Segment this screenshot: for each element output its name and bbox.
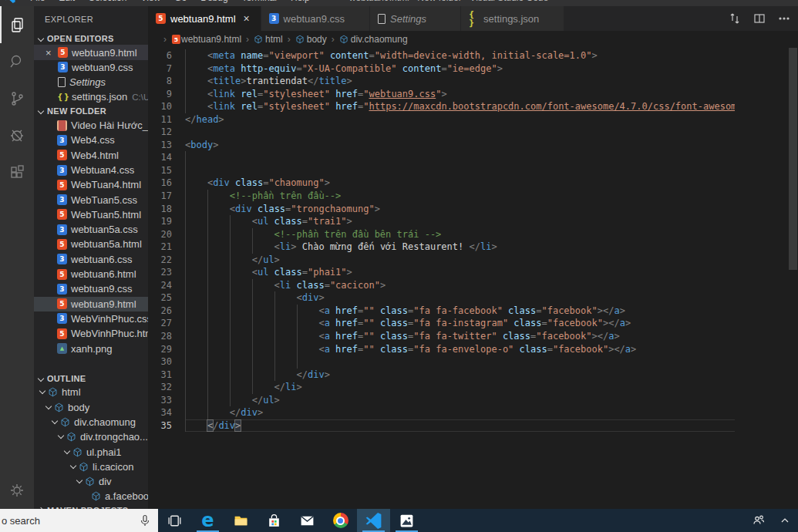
code-line[interactable]: <a href="" class="fa fa-facebook" class=… <box>185 305 735 318</box>
code-line[interactable]: <!--phần trên đầu bên trái --> <box>185 228 735 241</box>
line-number[interactable]: 13 <box>148 139 185 152</box>
file-tree-item[interactable]: Web4.html <box>34 148 148 163</box>
editor-tab[interactable]: webtuan9.html × <box>148 6 261 31</box>
edge-icon[interactable]: e <box>191 509 224 532</box>
code-line[interactable]: <a href="" class="fa fa-envelope-o" clas… <box>185 343 735 356</box>
minimap[interactable]: <meta name="viewport" content="width=dev… <box>735 48 788 509</box>
code-line[interactable]: <meta http-equiv="X-UA-Compatible" conte… <box>185 62 735 76</box>
compare-changes-icon[interactable] <box>729 12 741 25</box>
code-line[interactable]: <div> <box>185 291 735 305</box>
line-number[interactable]: 12 <box>148 126 185 139</box>
code-line[interactable]: <div class="chaomung"> <box>185 177 735 190</box>
breadcrumb-item[interactable]: › html <box>241 34 283 45</box>
menu-item[interactable]: View <box>133 0 167 3</box>
menu-item[interactable]: Debug <box>194 0 234 3</box>
breadcrumb-item[interactable]: › div.chaomung <box>327 34 408 45</box>
line-number[interactable]: 32 <box>148 381 185 394</box>
menu-item[interactable]: Help <box>284 0 317 3</box>
section-open-editors[interactable]: OPEN EDITORS <box>34 32 148 45</box>
code-line[interactable]: <title>trantiendat</title> <box>185 75 735 88</box>
more-actions-icon[interactable] <box>778 12 790 25</box>
code-line[interactable]: <ul class="phai1"> <box>185 266 735 279</box>
line-number[interactable]: 34 <box>148 406 185 419</box>
mail-icon[interactable] <box>291 509 324 532</box>
code-line[interactable]: </ul> <box>185 394 735 407</box>
close-icon[interactable]: × <box>45 47 58 59</box>
line-number[interactable]: 33 <box>148 394 185 407</box>
code-line[interactable]: <a href="" class="fa fa-instagram" class… <box>185 317 735 330</box>
line-number[interactable]: 10 <box>148 100 185 113</box>
code-line[interactable]: <ul class="trai1"> <box>185 215 735 228</box>
line-number[interactable]: 17 <box>148 190 185 203</box>
code-line[interactable]: <meta name="viewport" content="width=dev… <box>185 49 735 62</box>
code-line[interactable]: <li class="cacicon"> <box>185 279 735 292</box>
settings-gear-icon[interactable] <box>0 472 34 509</box>
line-number[interactable]: 18 <box>148 203 185 216</box>
scrollbar-thumb[interactable] <box>789 48 797 270</box>
line-number[interactable]: 16 <box>148 177 185 190</box>
extensions-icon[interactable] <box>0 154 34 191</box>
editor-tab[interactable]: webtuan9.css <box>261 6 371 31</box>
editor-tab[interactable]: Settings <box>370 6 461 31</box>
outline-item[interactable]: ul.phai1 <box>34 444 148 459</box>
line-number[interactable]: 11 <box>148 113 185 126</box>
line-number[interactable]: 14 <box>148 151 185 164</box>
source-control-icon[interactable] <box>0 80 34 117</box>
file-tree-item[interactable]: WebVinhPhuc.css <box>34 311 148 326</box>
code-line[interactable]: <div class="trongchaomung"> <box>185 203 735 216</box>
photos-icon[interactable] <box>390 509 423 532</box>
file-tree-item[interactable]: WebTuan5.css <box>34 192 148 207</box>
chrome-icon[interactable] <box>324 509 357 532</box>
file-explorer-icon[interactable] <box>224 509 258 532</box>
code-line[interactable]: </ul> <box>185 254 735 267</box>
line-number[interactable]: 6 <box>148 49 185 62</box>
code-line[interactable] <box>185 355 735 369</box>
file-tree-item[interactable]: webtuan6.html <box>34 267 148 281</box>
menu-item[interactable]: Terminal <box>235 0 284 3</box>
outline-item[interactable]: body <box>34 400 148 415</box>
code-line[interactable]: </head> <box>185 113 735 126</box>
open-editor-item[interactable]: webtuan9.css <box>34 60 148 75</box>
outline-item[interactable]: html <box>34 385 148 399</box>
code-line[interactable]: </div> <box>185 419 735 433</box>
breadcrumb-item[interactable]: › body <box>283 34 327 45</box>
outline-item[interactable]: li.cacicon <box>34 460 148 474</box>
menu-item[interactable]: Go <box>167 0 194 3</box>
vscode-icon[interactable] <box>357 509 390 532</box>
file-tree-item[interactable]: WebVinhPhuc.html <box>34 326 148 341</box>
outline-item[interactable]: div <box>34 474 148 489</box>
line-number[interactable]: 20 <box>148 228 185 241</box>
outline-item[interactable]: div.chaomung <box>34 415 148 429</box>
task-view-icon[interactable] <box>158 509 191 532</box>
line-number[interactable]: 26 <box>148 305 185 318</box>
open-editor-item[interactable]: settings.json C:\Us... <box>34 89 148 104</box>
line-number[interactable]: 15 <box>148 164 185 177</box>
menu-item[interactable]: File <box>23 0 52 3</box>
code-line[interactable] <box>185 164 735 177</box>
line-number[interactable]: 29 <box>148 343 185 356</box>
file-tree-item[interactable]: webtuan9.css <box>34 281 148 296</box>
file-tree-item[interactable]: WebTuan4.html <box>34 177 148 192</box>
file-tree-item[interactable]: Webtuan4.css <box>34 163 148 177</box>
file-tree-item[interactable]: xanh.png <box>34 341 148 355</box>
vertical-scrollbar[interactable] <box>788 48 798 509</box>
breadcrumb-item[interactable]: › webtuan9.html <box>159 34 241 45</box>
menu-item[interactable]: Selection <box>82 0 133 3</box>
code-line[interactable]: <a href="" class="fa fa-twitter" class="… <box>185 330 735 343</box>
explorer-icon[interactable] <box>0 6 34 43</box>
people-icon[interactable] <box>746 513 772 527</box>
line-number[interactable]: 8 <box>148 75 185 88</box>
line-number[interactable]: 27 <box>148 317 185 330</box>
store-icon[interactable] <box>258 509 291 532</box>
menu-item[interactable]: Edit <box>52 0 82 3</box>
line-number[interactable]: 24 <box>148 279 185 292</box>
open-editor-item[interactable]: × webtuan9.html <box>34 45 148 59</box>
code-line[interactable]: <link rel="stylesheet" href="webtuan9.cs… <box>185 88 735 101</box>
file-tree-item[interactable]: webtuan5a.css <box>34 222 148 237</box>
file-tree-item[interactable]: Web4.css <box>34 133 148 147</box>
line-number[interactable]: 23 <box>148 266 185 279</box>
section-folder[interactable]: NEW FOLDER <box>34 105 148 118</box>
line-number[interactable]: 35 <box>148 419 185 433</box>
line-number[interactable]: 7 <box>148 62 185 76</box>
file-tree-item[interactable]: Video Hài Hước_ ... <box>34 118 148 133</box>
